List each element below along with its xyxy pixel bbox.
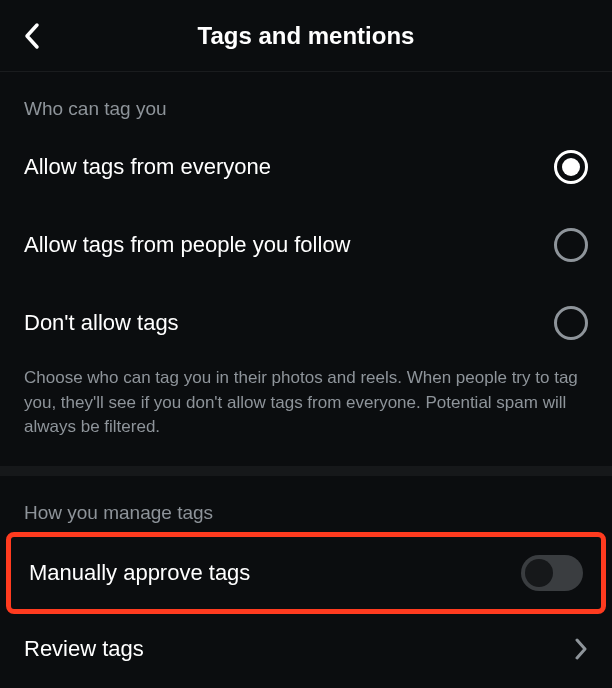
section-header-who-can-tag: Who can tag you bbox=[0, 72, 612, 128]
radio-label: Allow tags from people you follow bbox=[24, 232, 351, 258]
toggle-knob bbox=[525, 559, 553, 587]
toggle-switch-off[interactable] bbox=[521, 555, 583, 591]
radio-indicator bbox=[554, 228, 588, 262]
section-divider bbox=[0, 466, 612, 476]
settings-screen: Tags and mentions Who can tag you Allow … bbox=[0, 0, 612, 688]
chevron-right-icon bbox=[574, 638, 588, 660]
page-title: Tags and mentions bbox=[0, 22, 612, 50]
highlight-annotation: Manually approve tags bbox=[6, 532, 606, 614]
manually-approve-toggle-row[interactable]: Manually approve tags bbox=[11, 537, 601, 609]
radio-option-everyone[interactable]: Allow tags from everyone bbox=[0, 128, 612, 206]
section-description: Choose who can tag you in their photos a… bbox=[0, 362, 612, 466]
radio-indicator-selected bbox=[554, 150, 588, 184]
radio-option-following[interactable]: Allow tags from people you follow bbox=[0, 206, 612, 284]
radio-option-none[interactable]: Don't allow tags bbox=[0, 284, 612, 362]
toggle-label: Manually approve tags bbox=[29, 560, 250, 586]
header-bar: Tags and mentions bbox=[0, 0, 612, 72]
back-button[interactable] bbox=[10, 14, 54, 58]
radio-indicator bbox=[554, 306, 588, 340]
nav-label: Review tags bbox=[24, 636, 144, 662]
radio-label: Allow tags from everyone bbox=[24, 154, 271, 180]
radio-label: Don't allow tags bbox=[24, 310, 179, 336]
section-header-manage-tags: How you manage tags bbox=[0, 476, 612, 532]
review-tags-row[interactable]: Review tags bbox=[0, 614, 612, 684]
back-icon bbox=[22, 22, 42, 50]
